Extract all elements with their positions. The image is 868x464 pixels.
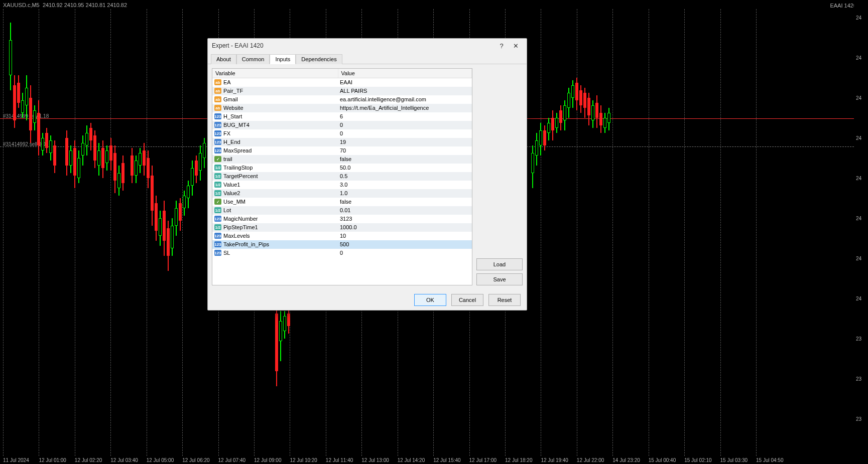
cancel-button[interactable]: Cancel — [451, 294, 483, 306]
price-tick: 23 — [856, 376, 861, 382]
variable-value[interactable]: 10 — [338, 232, 472, 240]
variable-value[interactable]: ALL PAIRS — [338, 87, 472, 95]
variable-name: H_End — [223, 139, 240, 145]
table-row[interactable]: 123TakeProfit_in_Pips500 — [212, 240, 472, 249]
time-label: 15 Jul 04:50 — [756, 457, 784, 463]
grid-vline — [577, 9, 577, 456]
variable-value[interactable]: 0 — [338, 249, 472, 257]
variable-value[interactable]: 0.5 — [338, 172, 472, 181]
variable-value[interactable]: 1.0 — [338, 189, 472, 198]
variable-name: Value1 — [223, 182, 240, 188]
type-icon: 123 — [214, 139, 221, 145]
type-icon: 1/2 — [214, 173, 221, 179]
type-icon: 123 — [214, 113, 221, 119]
variable-value[interactable]: 0.01 — [338, 206, 472, 215]
expert-properties-dialog: Expert - EAAI 1420 ? ✕ About Common Inpu… — [207, 38, 527, 311]
table-row[interactable]: 1/2Value21.0 — [212, 189, 472, 198]
load-button[interactable]: Load — [476, 258, 523, 270]
tab-about[interactable]: About — [211, 54, 236, 64]
variable-value[interactable]: 500 — [338, 240, 472, 249]
table-row[interactable]: abWebsitehttps://t.me/Ea_Artificial_Inte… — [212, 104, 472, 112]
table-row[interactable]: 1/2TargetPercent0.5 — [212, 172, 472, 181]
help-button[interactable]: ? — [494, 40, 509, 51]
variable-name: BUG_MT4 — [223, 122, 250, 128]
table-row[interactable]: 123H_End19 — [212, 138, 472, 146]
variable-value[interactable]: 3.0 — [338, 181, 472, 189]
variable-name: MagicNumber — [223, 216, 258, 222]
variable-value[interactable]: 6 — [338, 112, 472, 121]
table-row[interactable]: 123FX0 — [212, 129, 472, 138]
type-icon: ab — [214, 96, 221, 102]
table-row[interactable]: abPair_TFALL PAIRS — [212, 87, 472, 95]
variable-value[interactable]: 0 — [338, 129, 472, 138]
tab-dependencies[interactable]: Dependencies — [296, 54, 342, 64]
grid-vline — [182, 9, 183, 456]
variable-value[interactable]: 50.0 — [338, 164, 472, 172]
time-label: 12 Jul 02:20 — [75, 457, 102, 463]
variable-value[interactable]: 3123 — [338, 215, 472, 223]
price-tick: 23 — [856, 416, 861, 422]
column-value[interactable]: Value — [338, 69, 472, 78]
table-row[interactable]: abGmailea.artificial.intelligence@gmail.… — [212, 95, 472, 104]
table-row[interactable]: 1/2TrailingStop50.0 — [212, 164, 472, 172]
table-row[interactable]: 123MagicNumber3123 — [212, 215, 472, 223]
variable-name: Lot — [223, 207, 231, 213]
type-icon: 123 — [214, 216, 221, 222]
time-label: 12 Jul 10:20 — [290, 457, 317, 463]
time-label: 12 Jul 14:20 — [398, 457, 425, 463]
close-button[interactable]: ✕ — [509, 40, 523, 51]
reset-button[interactable]: Reset — [488, 294, 521, 306]
variable-name: EA — [223, 79, 231, 85]
type-icon: ✓ — [214, 156, 221, 162]
tab-inputs[interactable]: Inputs — [270, 54, 296, 64]
time-label: 15 Jul 02:10 — [684, 457, 712, 463]
grid-vline — [147, 9, 147, 456]
type-icon: ab — [214, 88, 221, 94]
inputs-table[interactable]: Variable Value abEAEAAIabPair_TFALL PAIR… — [212, 68, 472, 285]
time-label: 12 Jul 22:00 — [577, 457, 604, 463]
variable-value[interactable]: 0 — [338, 121, 472, 129]
type-icon: 123 — [214, 130, 221, 136]
table-row[interactable]: ✓Use_MMfalse — [212, 198, 472, 206]
grid-vline — [541, 9, 541, 456]
time-label: 12 Jul 19:40 — [541, 457, 568, 463]
variable-value[interactable]: 19 — [338, 138, 472, 146]
price-tick: 24 — [856, 95, 861, 101]
dialog-titlebar[interactable]: Expert - EAAI 1420 ? ✕ — [208, 39, 527, 53]
table-row[interactable]: 1/2Value13.0 — [212, 181, 472, 189]
table-row[interactable]: abEAEAAI — [212, 78, 472, 87]
variable-name: FX — [223, 130, 230, 136]
table-row[interactable]: 123MaxSpread70 — [212, 146, 472, 155]
time-label: 12 Jul 11:40 — [326, 457, 353, 463]
grid-vline — [649, 9, 649, 456]
column-variable[interactable]: Variable — [212, 69, 338, 78]
variable-value[interactable]: ea.artificial.intelligence@gmail.com — [338, 95, 472, 104]
variable-value[interactable]: https://t.me/Ea_Artificial_Intelligence — [338, 104, 472, 112]
tab-common[interactable]: Common — [236, 54, 270, 64]
time-label: 12 Jul 01:00 — [39, 457, 66, 463]
type-icon: ✓ — [214, 199, 221, 205]
time-label: 12 Jul 09:00 — [254, 457, 282, 463]
type-icon: 1/2 — [214, 182, 221, 188]
time-axis: 11 Jul 202412 Jul 01:0012 Jul 02:2012 Ju… — [0, 456, 868, 464]
variable-name: MaxLevels — [223, 233, 250, 239]
table-row[interactable]: 1/2Lot0.01 — [212, 206, 472, 215]
table-row[interactable]: 123BUG_MT40 — [212, 121, 472, 129]
price-tick: 24 — [856, 176, 861, 181]
time-label: 15 Jul 03:30 — [720, 457, 748, 463]
type-icon: 123 — [214, 241, 221, 247]
variable-name: SL — [223, 250, 230, 256]
variable-value[interactable]: 70 — [338, 146, 472, 155]
variable-value[interactable]: false — [338, 155, 472, 164]
table-row[interactable]: 123H_Start6 — [212, 112, 472, 121]
table-row[interactable]: 1/2PipStepTime11000.0 — [212, 223, 472, 232]
table-row[interactable]: 123SL0 — [212, 249, 472, 257]
table-row[interactable]: ✓trailfalse — [212, 155, 472, 164]
variable-value[interactable]: 1000.0 — [338, 223, 472, 232]
ok-button[interactable]: OK — [414, 294, 446, 306]
variable-value[interactable]: EAAI — [338, 78, 472, 87]
table-row[interactable]: 123MaxLevels10 — [212, 232, 472, 240]
variable-value[interactable]: false — [338, 198, 472, 206]
save-button[interactable]: Save — [476, 273, 523, 285]
type-icon: 1/2 — [214, 224, 221, 230]
